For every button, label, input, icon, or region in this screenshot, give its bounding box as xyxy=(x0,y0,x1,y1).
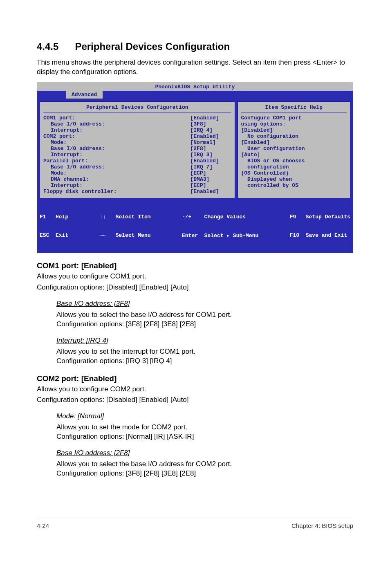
setting-value: [3F8] xyxy=(182,121,231,127)
footer-key: ESC Exit xyxy=(40,232,68,238)
setting-label: DMA channel: xyxy=(43,176,89,182)
help-line: BIOS or OS chooses xyxy=(241,158,347,164)
com2-desc-2: Configuration options: [Disabled] [Enabl… xyxy=(37,395,353,405)
footer-key: ↑↓ Select Item xyxy=(100,214,151,220)
bios-left-panel: Peripheral Devices Configuration COM1 po… xyxy=(40,101,235,198)
setting-value: [IRQ 3] xyxy=(182,152,231,158)
com1-baseio-p1: Allows you to select the base I/O addres… xyxy=(56,310,353,320)
chapter-label: Chapter 4: BIOS setup xyxy=(291,522,353,529)
footer-key: →← Select Menu xyxy=(100,232,151,238)
com2-baseio-block: Base I/O address: [2F8] Allows you to se… xyxy=(56,449,353,478)
setting-value: [Enabled] xyxy=(182,158,231,164)
setting-value: [ECP] xyxy=(182,182,231,189)
setting-label: Base I/O address: xyxy=(43,121,105,127)
help-line: using options: xyxy=(241,121,347,127)
setting-label: Mode: xyxy=(43,170,67,176)
help-line: Confugure COM1 port xyxy=(241,115,347,121)
setting-value: [IRQ 4] xyxy=(182,127,231,133)
setting-value: [IRQ 7] xyxy=(182,164,231,170)
section-number: 4.4.5 xyxy=(37,41,58,52)
setting-value: [Normal] xyxy=(182,139,231,146)
com1-irq-p2: Configuration options: [IRQ 3] [IRQ 4] xyxy=(56,357,353,366)
com2-baseio-p2: Configuration options: [3F8] [2F8] [3E8]… xyxy=(56,469,353,478)
section-intro: This menu shows the peripheral devices c… xyxy=(37,58,353,77)
bios-title: PhoenixBIOS Setup Utility xyxy=(37,83,353,91)
com2-desc-1: Allows you to configure COM2 port. xyxy=(37,385,353,394)
bios-help-header: Item Specific Help xyxy=(241,103,347,112)
bios-footer: F1 Help ESC Exit ↑↓ Select Item →← Selec… xyxy=(37,201,353,253)
footer-key: -/+ Change Values xyxy=(182,214,258,220)
com1-desc-2: Configuration options: [Disabled] [Enabl… xyxy=(37,283,353,292)
help-line: controlled by OS xyxy=(241,182,347,189)
setting-value: [Enabled] xyxy=(182,115,231,121)
setting-label: Base I/O address: xyxy=(43,146,105,152)
page-footer: 4-24 Chapter 4: BIOS setup xyxy=(37,518,353,541)
com1-irq-title: Interrupt: [IRQ 4] xyxy=(56,337,353,345)
com2-heading: COM2 port: [Enabled] xyxy=(37,374,353,383)
setting-value: [ECP] xyxy=(182,170,231,176)
help-line: (OS Controlled) xyxy=(241,170,347,176)
setting-label: Floppy disk controller: xyxy=(43,189,117,195)
help-line: User configuration xyxy=(241,146,347,152)
com2-mode-block: Mode: [Normal] Allows you to set the mod… xyxy=(56,412,353,442)
bios-settings-list: COM1 port:[Enabled] Base I/O address:[3F… xyxy=(43,115,231,195)
com1-baseio-p2: Configuration options: [3F8] [2F8] [3E8]… xyxy=(56,320,353,329)
setting-value: [2F8] xyxy=(182,146,231,152)
setting-label: Interrupt: xyxy=(43,182,83,189)
help-line: No configuration xyxy=(241,133,347,139)
bios-tab-advanced: Advanced xyxy=(66,91,103,99)
footer-key: Enter Select ▸ Sub-Menu xyxy=(182,232,258,239)
com1-heading: COM1 port: [Enabled] xyxy=(37,261,353,270)
com2-mode-p1: Allows you to set the mode for COM2 port… xyxy=(56,423,353,432)
com1-desc-1: Allows you to configure COM1 port. xyxy=(37,272,353,281)
setting-label: COM2 port: xyxy=(43,133,75,139)
setting-label: COM1 port: xyxy=(43,115,75,121)
com1-irq-p1: Allows you to set the interrupt for COM1… xyxy=(56,347,353,357)
help-line: Displayed when xyxy=(241,176,347,182)
setting-label: Interrupt: xyxy=(43,152,83,158)
setting-label: Interrupt: xyxy=(43,127,83,133)
com2-baseio-title: Base I/O address: [2F8] xyxy=(56,449,353,457)
section-title: Peripheral Devices Configuration xyxy=(75,41,230,52)
bios-help-body: Confugure COM1 port using options: [Disa… xyxy=(241,115,347,189)
footer-key: F9 Setup Defaults xyxy=(290,214,350,220)
setting-label: Parallel port: xyxy=(43,158,88,164)
footer-key: F1 Help xyxy=(40,214,68,220)
com2-baseio-p1: Allows you to select the base I/O addres… xyxy=(56,460,353,469)
help-line: configuration xyxy=(241,164,347,170)
help-line: [Disabled] xyxy=(241,127,347,133)
bios-help-panel: Item Specific Help Confugure COM1 port u… xyxy=(238,101,350,198)
section-heading: 4.4.5 Peripheral Devices Configuration xyxy=(37,41,353,52)
com2-mode-p2: Configuration options: [Normal] [IR] [AS… xyxy=(56,432,353,442)
setting-value: [Enabled] xyxy=(182,133,231,139)
setting-label: Mode: xyxy=(43,139,67,146)
com1-irq-block: Interrupt: [IRQ 4] Allows you to set the… xyxy=(56,337,353,366)
com1-baseio-title: Base I/O address: [3F8] xyxy=(56,300,353,308)
setting-value: [Enabled] xyxy=(182,189,231,195)
com2-mode-title: Mode: [Normal] xyxy=(56,412,353,420)
com1-baseio-block: Base I/O address: [3F8] Allows you to se… xyxy=(56,300,353,329)
bios-screenshot: PhoenixBIOS Setup Utility Advanced Perip… xyxy=(37,83,353,253)
bios-tab-row: Advanced xyxy=(37,91,353,99)
setting-label: Base I/O address: xyxy=(43,164,105,170)
help-line: [Auto] xyxy=(241,152,347,158)
setting-value: [DMA3] xyxy=(182,176,231,182)
page-number: 4-24 xyxy=(37,522,49,529)
bios-left-header: Peripheral Devices Configuration xyxy=(43,103,231,112)
footer-key: F10 Save and Exit xyxy=(290,232,350,238)
help-line: [Enabled] xyxy=(241,139,347,146)
